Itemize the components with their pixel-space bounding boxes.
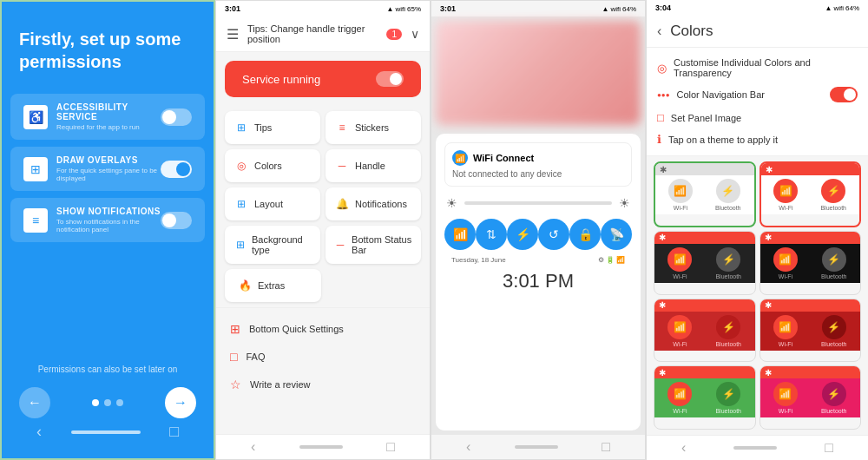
theme-card-7[interactable]: ✱ 📶 Wi-Fi ⚡ Bluetooth <box>654 365 756 430</box>
tips-label: Tips <box>254 122 272 133</box>
data-toggle[interactable]: ⇅ <box>476 219 507 250</box>
option-color-nav[interactable]: ●●● Color Navigation Bar <box>657 82 858 107</box>
back-button[interactable]: ← <box>19 387 50 418</box>
theme8-wifi: 📶 Wi-Fi <box>773 382 798 414</box>
panel3-time: 3:01 PM <box>444 266 632 297</box>
blurred-top-area <box>436 21 641 125</box>
battery-icon: 65% <box>407 5 421 13</box>
recents-nav-icon[interactable]: □ <box>169 423 179 441</box>
menu-item-stickers[interactable]: ≡ Stickers <box>326 111 421 144</box>
theme-card-6[interactable]: ✱ 📶 Wi-Fi ⚡ Bluetooth <box>760 299 862 363</box>
review-icon: ☆ <box>230 378 241 391</box>
panel-settings-menu: 3:01 ▲ wifi 65% ☰ Tips: Change handle tr… <box>215 0 431 460</box>
theme1-bt-icon: ⚡ <box>716 179 740 203</box>
theme-card-1[interactable]: ✱ 📶 Wi-Fi ⚡ Bluetooth <box>654 161 756 227</box>
theme-card-8[interactable]: ✱ 📶 Wi-Fi ⚡ Bluetooth <box>760 365 862 430</box>
panel4-status-time: 3:04 <box>655 3 671 12</box>
theme3-bt: ⚡ Bluetooth <box>715 247 741 279</box>
wifi-card[interactable]: 📶 WiFi Connect Not connected to any devi… <box>444 142 632 187</box>
menu-item-colors[interactable]: ◎ Colors <box>225 149 320 182</box>
panel3-icons: ⚙ 🔋 📶 <box>598 256 625 264</box>
panel4-battery-icon: 64% <box>845 4 859 12</box>
theme4-wifi: 📶 Wi-Fi <box>773 247 798 279</box>
permission-notifications-desc: To show notifications in the notificatio… <box>56 218 161 233</box>
extras-icon: 🔥 <box>237 278 253 293</box>
menu-item-handle[interactable]: ─ Handle <box>326 149 421 182</box>
menu-item-extras[interactable]: 🔥 Extras <box>225 269 321 302</box>
service-running-button[interactable]: Service running <box>225 61 421 97</box>
permission-accessibility[interactable]: ♿ ACCESSIBILITY SERVICE Required for the… <box>10 94 205 140</box>
wifi-status-icon: wifi <box>395 5 405 13</box>
option-customize[interactable]: ◎ Customise Individual Colors and Transp… <box>657 53 858 82</box>
info-icon: ℹ <box>657 133 661 146</box>
theme-card-5[interactable]: ✱ 📶 Wi-Fi ⚡ Bluetooth <box>654 299 756 363</box>
back-icon[interactable]: ‹ <box>657 23 661 39</box>
brightness-low-icon: ☀ <box>446 196 457 210</box>
bottom-qs-icon: ⊞ <box>230 322 240 336</box>
theme3-wifi: 📶 Wi-Fi <box>667 247 692 279</box>
panel-permissions: Firstly, set up some permissions ♿ ACCES… <box>0 0 215 460</box>
theme-card-2[interactable]: ✱ 📶 Wi-Fi ⚡ Bluetooth <box>760 161 862 227</box>
nfc-toggle[interactable]: 📡 <box>601 219 632 250</box>
panel2-status-bar: 3:01 ▲ wifi 65% <box>216 1 430 16</box>
theme3-star: ✱ <box>659 233 666 242</box>
brightness-high-icon: ☀ <box>619 196 630 210</box>
brightness-control[interactable]: ☀ ☀ <box>444 192 632 214</box>
faq-label: FAQ <box>246 352 265 362</box>
panel3-recents-icon[interactable]: □ <box>602 439 610 455</box>
menu-item-notifications[interactable]: 🔔 Notifications <box>326 187 421 220</box>
color-nav-toggle[interactable] <box>830 87 858 102</box>
service-toggle[interactable] <box>376 71 404 87</box>
vpn-toggle[interactable]: 🔒 <box>569 219 601 250</box>
expand-icon[interactable]: ∨ <box>411 27 419 41</box>
theme2-star: ✱ <box>766 165 773 174</box>
theme6-bt: ⚡ Bluetooth <box>821 315 847 347</box>
bottom-qs-label: Bottom Quick Settings <box>249 324 344 334</box>
panel3-date: Tuesday, 18 June <box>451 256 506 264</box>
handle-label: Handle <box>355 161 385 171</box>
sidebar-item-bottom-qs[interactable]: ⊞ Bottom Quick Settings <box>216 315 430 343</box>
accessibility-toggle[interactable] <box>161 108 192 126</box>
theme7-wifi: 📶 Wi-Fi <box>667 382 692 414</box>
overlay-toggle[interactable] <box>161 161 192 178</box>
panel4-recents-icon[interactable]: □ <box>825 440 833 456</box>
overlay-icon: ⊞ <box>23 157 48 181</box>
bluetooth-toggle[interactable]: ⚡ <box>507 219 538 250</box>
bottom-status-label: Bottom Status Bar <box>352 234 412 255</box>
panel4-header: ‹ Colors <box>647 16 868 48</box>
panel2-recents-icon[interactable]: □ <box>386 439 395 455</box>
faq-icon: □ <box>230 350 237 364</box>
wifi-toggle[interactable]: 📶 <box>444 219 476 250</box>
notifications-toggle[interactable] <box>161 212 192 229</box>
menu-item-tips[interactable]: ⊞ Tips <box>225 111 320 144</box>
theme4-wifi-icon: 📶 <box>773 247 798 272</box>
notifications-menu-icon: 🔔 <box>334 196 350 212</box>
sidebar-item-faq[interactable]: □ FAQ <box>216 343 430 371</box>
theme5-wifi-icon: 📶 <box>667 315 692 339</box>
theme-card-3[interactable]: ✱ 📶 Wi-Fi ⚡ Bluetooth <box>654 231 756 295</box>
theme-card-4[interactable]: ✱ 📶 Wi-Fi ⚡ Bluetooth <box>760 231 862 295</box>
colors-icon: ◎ <box>233 158 249 174</box>
next-button[interactable]: → <box>165 387 196 418</box>
review-label: Write a review <box>250 379 310 390</box>
sidebar-item-review[interactable]: ☆ Write a review <box>216 371 430 398</box>
divider <box>216 307 430 308</box>
hamburger-icon[interactable]: ☰ <box>227 26 239 43</box>
panel4-back-icon[interactable]: ‹ <box>681 440 686 456</box>
panel3-back-icon[interactable]: ‹ <box>466 439 470 455</box>
menu-item-bottom-status[interactable]: ─ Bottom Status Bar <box>326 226 421 264</box>
permission-notifications[interactable]: ≡ SHOW NOTIFICATIONS To show notificatio… <box>10 198 205 242</box>
panel1-bottom-nav: ‹ □ <box>2 418 214 445</box>
theme5-star: ✱ <box>659 300 666 310</box>
rotate-toggle[interactable]: ↺ <box>538 219 569 250</box>
menu-item-background[interactable]: ⊞ Background type <box>225 226 320 264</box>
panel2-header-title: Tips: Change handle trigger position <box>247 23 378 44</box>
theme8-header: ✱ <box>760 366 861 378</box>
brightness-slider[interactable] <box>464 201 612 205</box>
home-nav-icon[interactable]: ‹ <box>36 423 42 441</box>
permission-overlay[interactable]: ⊞ DRAW OVERLAYS For the quick settings p… <box>10 147 205 191</box>
option-set-panel[interactable]: □ Set Panel Image <box>657 107 858 128</box>
panel2-back-icon[interactable]: ‹ <box>251 439 255 455</box>
panel4-home-indicator <box>733 446 777 450</box>
menu-item-layout[interactable]: ⊞ Layout <box>225 187 320 220</box>
